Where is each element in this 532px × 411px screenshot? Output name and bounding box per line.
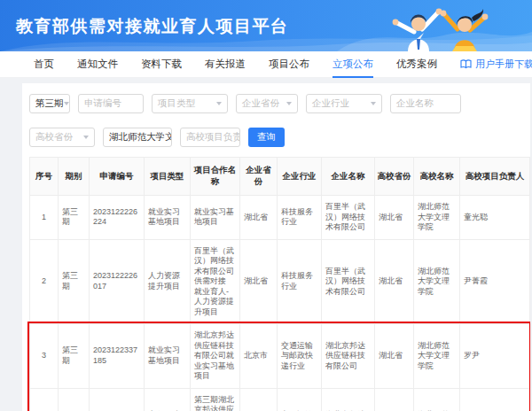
table-column-header: 申请编号	[90, 158, 145, 196]
enterprise-industry-select[interactable]: 企业行业	[306, 94, 382, 113]
table-cell: 湖北省	[240, 239, 278, 324]
table-row: 2第三期2023122226017人力资源提升项目百里半（武汉）网络技术有限公司…	[30, 239, 530, 324]
table-column-header: 企业名称	[322, 158, 375, 196]
table-column-header: 高校名称	[414, 158, 460, 196]
table-row: 3第三期2023122337185就业实习基地项目湖北京邦达供应链科技有限公司就…	[30, 324, 530, 389]
table-cell: 2023122504956	[90, 388, 145, 411]
table-cell: 湖北省	[375, 324, 414, 389]
table-cell: 湖北师范大学文理学院	[414, 239, 460, 324]
table-cell: 就业实习基地项目	[191, 196, 240, 240]
table-cell: 1	[30, 196, 59, 240]
site-banner: 教育部供需对接就业育人项目平台	[0, 0, 532, 51]
nav-item-downloads[interactable]: 资料下载	[141, 51, 182, 78]
table-cell: 定向人才培养培训项目	[145, 388, 191, 411]
table-cell: 湖北师范大学文理学院	[414, 196, 460, 240]
nav-item-home[interactable]: 首页	[34, 51, 54, 78]
search-button[interactable]: 查询	[248, 128, 285, 147]
table-column-header: 企业行业	[278, 158, 322, 196]
main-nav: 首页 通知文件 资料下载 有关报道 项目公布 立项公布 优秀案例 用户手册下载 …	[0, 51, 532, 78]
period-select[interactable]: 第三期	[29, 94, 70, 113]
table-cell: 湖北师范大学文理学院	[414, 324, 460, 389]
table-cell: 湖北京邦达供应链科技有限公司	[322, 324, 375, 389]
table-cell: 交通运输与邮政快递行业	[278, 324, 322, 389]
table-cell: 湖北京邦达供应链科技有限公司就业实习基地项目	[191, 324, 240, 389]
nav-item-project-announcement[interactable]: 项目公布	[269, 51, 309, 78]
school-province-select[interactable]: 高校省份	[29, 128, 95, 147]
table-cell: 吕彩云	[460, 388, 530, 411]
table-cell: 交通运输与邮政快递行业	[278, 388, 322, 411]
table-column-header: 高校项目负责人	[460, 158, 530, 196]
user-manual-label: 用户手册下载	[475, 58, 532, 71]
table-column-header: 序号	[30, 158, 59, 196]
table-cell: 2023122226224	[90, 196, 145, 240]
table-cell: 人力资源提升项目	[145, 239, 191, 324]
table-cell: 百里半（武汉）网络技术有限公司	[322, 196, 375, 240]
project-type-select[interactable]: 项目类型	[152, 94, 228, 113]
results-table: 序号期别申请编号项目类型项目合作名称企业省份企业行业企业名称高校省份高校名称高校…	[29, 157, 530, 411]
filter-bar: 第三期 申请编号 项目类型 企业省份 企业行业 企业名称	[29, 94, 523, 147]
school-leader-input[interactable]: 高校项目负责人	[180, 128, 240, 147]
table-cell: 3	[30, 324, 59, 389]
chevron-down-icon	[83, 136, 89, 139]
chevron-down-icon	[64, 102, 69, 105]
table-cell: 罗尹	[460, 324, 530, 389]
table-header-row: 序号期别申请编号项目类型项目合作名称企业省份企业行业企业名称高校省份高校名称高校…	[30, 158, 530, 196]
table-cell: 湖北省	[375, 388, 414, 411]
nav-item-excellent-cases[interactable]: 优秀案例	[396, 51, 437, 78]
nav-item-notices[interactable]: 通知文件	[77, 51, 118, 78]
table-cell: 第三期	[59, 324, 90, 389]
school-name-input[interactable]: 湖北师范大学文理学院	[103, 128, 172, 147]
table-row: 1第三期2023122226224就业实习基地项目就业实习基地项目湖北省科技服务…	[30, 196, 530, 240]
user-manual-download-link[interactable]: 用户手册下载	[460, 58, 532, 71]
table-row: 4第三期2023122504956定向人才培养培训项目第三期湖北京邦达供应链科技…	[30, 388, 530, 411]
chevron-down-icon	[371, 102, 376, 105]
enterprise-name-input[interactable]: 企业名称	[390, 94, 461, 113]
table-cell: 第三期湖北京邦达供应链科技有限公司定向人才培养培训项目	[191, 388, 240, 411]
nav-item-approval-announcement[interactable]: 立项公布	[332, 51, 373, 78]
table-cell: 科技服务行业	[278, 196, 322, 240]
table-cell: 就业实习基地项目	[145, 324, 191, 389]
results-card: 第三期 申请编号 项目类型 企业省份 企业行业 企业名称	[22, 83, 530, 411]
table-cell: 湖北师范大学文理学院	[414, 388, 460, 411]
table-column-header: 高校省份	[375, 158, 414, 196]
table-cell: 2023122337185	[90, 324, 145, 389]
book-icon	[460, 59, 472, 69]
table-cell: 科技服务行业	[278, 239, 322, 324]
application-no-input[interactable]: 申请编号	[78, 94, 144, 113]
table-cell: 2023122226017	[90, 239, 145, 324]
table-body: 1第三期2023122226224就业实习基地项目就业实习基地项目湖北省科技服务…	[30, 196, 530, 411]
table-column-header: 项目合作名称	[191, 158, 240, 196]
nav-right-actions: 用户手册下载 登录	[460, 55, 532, 74]
table-cell: 尹菁霞	[460, 239, 530, 324]
chevron-down-icon	[286, 102, 292, 105]
nav-item-reports[interactable]: 有关报道	[205, 51, 246, 78]
table-cell: 第三期	[59, 388, 90, 411]
table-cell: 百里半（武汉）网络技术有限公司供需对接 就业育人-人力资源提升项目	[191, 239, 240, 324]
chevron-down-icon	[216, 102, 222, 105]
table-cell: 2	[30, 239, 59, 324]
results-table-wrap: 序号期别申请编号项目类型项目合作名称企业省份企业行业企业名称高校省份高校名称高校…	[29, 157, 523, 411]
table-column-header: 期别	[59, 158, 90, 196]
table-cell: 第三期	[59, 196, 90, 240]
header-illustration	[328, 0, 532, 51]
table-cell: 湖北省	[375, 239, 414, 324]
site-title: 教育部供需对接就业育人项目平台	[16, 15, 289, 38]
page-content: 第三期 申请编号 项目类型 企业省份 企业行业 企业名称	[0, 78, 532, 411]
table-cell: 湖北省	[240, 196, 278, 240]
table-cell: 湖北京邦达供应链科技有限公司	[322, 388, 375, 411]
enterprise-province-select[interactable]: 企业省份	[236, 94, 298, 113]
table-cell: 湖北省	[375, 196, 414, 240]
table-cell: 4	[30, 388, 59, 411]
table-cell: 北京市	[240, 324, 278, 389]
table-cell: 童光聪	[460, 196, 530, 240]
table-cell: 第三期	[59, 239, 90, 324]
table-cell: 就业实习基地项目	[145, 196, 191, 240]
table-cell: 百里半（武汉）网络技术有限公司	[322, 239, 375, 324]
table-column-header: 项目类型	[145, 158, 191, 196]
table-column-header: 企业省份	[240, 158, 278, 196]
table-cell: 北京市	[240, 388, 278, 411]
